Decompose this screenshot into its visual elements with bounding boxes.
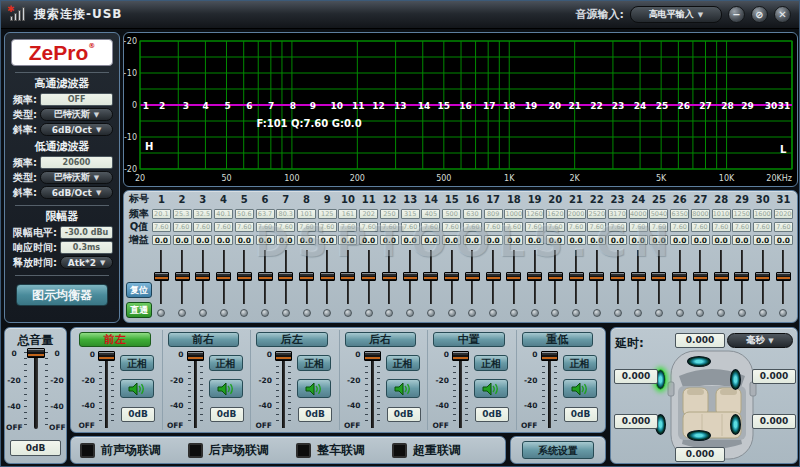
link-checkbox[interactable] [392,443,407,458]
band-gain-field[interactable]: 0.0 [649,235,668,245]
band-gain-slider[interactable] [213,249,234,305]
channel-gain-field[interactable]: 0dB [121,407,155,422]
band-led[interactable] [261,309,269,317]
phase-button[interactable]: 正相 [209,355,243,371]
slider-handle[interactable] [403,272,418,281]
channel-volume-slider[interactable] [548,354,551,428]
attack-time-field[interactable]: 0.3ms [60,241,113,254]
band-gain-field[interactable]: 0.0 [235,235,254,245]
band-gain-field[interactable]: 0.0 [421,235,440,245]
band-frequency-field[interactable]: 101 [297,209,316,219]
band-gain-field[interactable]: 0.0 [753,235,772,245]
band-frequency-field[interactable]: 10100 [712,209,731,219]
band-gain-field[interactable]: 0.0 [712,235,731,245]
eq-bypass-button[interactable]: 直通 [126,302,152,318]
band-frequency-field[interactable]: 2520 [587,209,606,219]
slider-handle[interactable] [216,272,231,281]
band-q-field[interactable]: 7.60 [587,222,606,232]
band-frequency-field[interactable]: 6350 [670,209,689,219]
channel-volume-slider[interactable] [371,354,374,428]
master-volume-handle[interactable] [27,348,45,358]
band-gain-field[interactable]: 0.0 [629,235,648,245]
channel-volume-slider[interactable] [459,354,462,428]
rear-right-speaker-icon[interactable] [730,414,741,435]
channel-volume-handle[interactable] [275,351,292,361]
channel-volume-handle[interactable] [541,351,558,361]
channel-gain-field[interactable]: 0dB [564,407,598,422]
limiter-level-field[interactable]: -30.0 dBu [60,226,113,239]
band-gain-slider[interactable] [586,249,607,305]
band-led[interactable] [199,309,207,317]
channel-volume-slider[interactable] [105,354,108,428]
channel-gain-field[interactable]: 0dB [298,407,332,422]
slider-handle[interactable] [734,272,749,281]
eq-graph-svg[interactable]: +20+100-10-2020501002005001K2K5K10K20KHz… [124,33,798,187]
slider-handle[interactable] [755,272,770,281]
band-gain-field[interactable]: 0.0 [297,235,316,245]
band-led[interactable] [634,309,642,317]
slider-handle[interactable] [423,272,438,281]
band-gain-slider[interactable] [628,249,649,305]
band-q-field[interactable]: 7.60 [608,222,627,232]
band-q-field[interactable]: 7.60 [359,222,378,232]
mute-button[interactable] [120,379,154,398]
band-gain-field[interactable]: 0.0 [276,235,295,245]
band-q-field[interactable]: 7.60 [421,222,440,232]
band-gain-field[interactable]: 0.0 [504,235,523,245]
band-gain-field[interactable]: 0.0 [484,235,503,245]
band-gain-field[interactable]: 0.0 [256,235,275,245]
band-frequency-field[interactable]: 630 [463,209,482,219]
band-led[interactable] [738,309,746,317]
band-gain-slider[interactable] [296,249,317,305]
band-led[interactable] [282,309,290,317]
band-gain-slider[interactable] [317,249,338,305]
band-gain-field[interactable]: 0.0 [587,235,606,245]
band-frequency-field[interactable]: 1000 [504,209,523,219]
band-frequency-field[interactable]: 1260 [525,209,544,219]
band-led[interactable] [240,309,248,317]
slider-handle[interactable] [258,272,273,281]
band-gain-slider[interactable] [566,249,587,305]
band-q-field[interactable]: 7.60 [318,222,337,232]
slider-handle[interactable] [610,272,625,281]
band-frequency-field[interactable]: 8000 [691,209,710,219]
delay-front-left-field[interactable]: 0.000 [614,369,658,384]
band-led[interactable] [303,309,311,317]
slider-handle[interactable] [651,272,666,281]
channel-volume-slider[interactable] [194,354,197,428]
lpf-type-select[interactable]: 巴特沃斯▼ [40,171,113,184]
delay-rear-center-field[interactable]: 0.000 [675,447,725,462]
front-right-speaker-icon[interactable] [730,369,741,390]
channel-select-button[interactable]: 重低 [522,332,594,347]
band-gain-slider[interactable] [255,249,276,305]
band-led[interactable] [427,309,435,317]
band-q-field[interactable]: 7.60 [753,222,772,232]
band-gain-field[interactable]: 0.0 [608,235,627,245]
slider-handle[interactable] [776,272,791,281]
mute-button[interactable] [297,379,331,398]
band-q-field[interactable]: 7.60 [525,222,544,232]
band-gain-slider[interactable] [752,249,773,305]
band-gain-slider[interactable] [172,249,193,305]
slider-handle[interactable] [299,272,314,281]
band-q-field[interactable]: 7.60 [297,222,316,232]
band-led[interactable] [344,309,352,317]
mute-button[interactable] [474,379,508,398]
slider-handle[interactable] [465,272,480,281]
band-led[interactable] [448,309,456,317]
band-gain-field[interactable]: 0.0 [774,235,793,245]
band-gain-slider[interactable] [379,249,400,305]
slider-handle[interactable] [237,272,252,281]
band-gain-field[interactable]: 0.0 [152,235,171,245]
slider-handle[interactable] [320,272,335,281]
band-led[interactable] [531,309,539,317]
band-gain-slider[interactable] [732,249,753,305]
hpf-type-select[interactable]: 巴特沃斯▼ [40,108,113,121]
band-gain-field[interactable]: 0.0 [193,235,212,245]
slider-handle[interactable] [340,272,355,281]
band-gain-slider[interactable] [462,249,483,305]
band-q-field[interactable]: 7.60 [152,222,171,232]
band-frequency-field[interactable]: 50.6 [235,209,254,219]
band-frequency-field[interactable]: 2000 [567,209,586,219]
front-center-speaker-icon[interactable] [687,356,711,367]
